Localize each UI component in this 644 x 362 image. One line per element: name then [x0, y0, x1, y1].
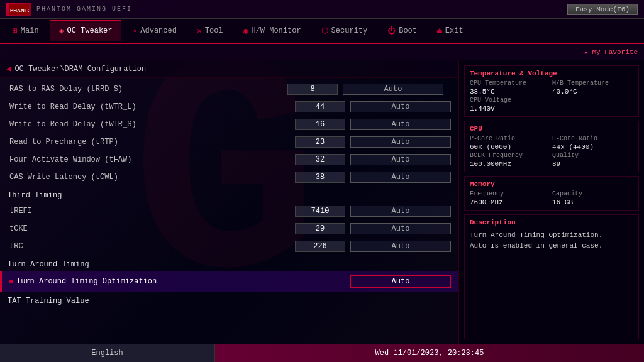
row-indicator-icon	[9, 280, 13, 283]
freq-value: 7600 MHz	[470, 199, 551, 206]
tab-boot-label: Boot	[399, 26, 417, 35]
cpu-grid: P-Core Ratio E-Core Ratio 60x (6000) 44x…	[470, 135, 633, 168]
setting-value-rtp[interactable]: 23	[295, 136, 345, 148]
table-row[interactable]: tCKE 29 Auto	[0, 220, 458, 238]
turn-around-header: Turn Around Timing	[0, 255, 458, 272]
oc-tweaker-icon: ◈	[59, 26, 64, 36]
setting-label-rtp: Read to Precharge (tRTP)	[9, 138, 295, 146]
tab-main[interactable]: ⊞ Main	[3, 20, 48, 41]
description-title: Description	[470, 219, 633, 226]
setting-value-wtrl[interactable]: 44	[295, 101, 345, 112]
cpu-temp-label: CPU Temperature	[470, 80, 551, 87]
setting-value-tcke[interactable]: 29	[295, 223, 345, 234]
setting-value-faw[interactable]: 32	[295, 154, 345, 165]
table-row[interactable]: Read to Precharge (tRTP) 23 Auto	[0, 133, 458, 151]
svg-text:PHANTOM: PHANTOM	[10, 8, 29, 13]
tab-security[interactable]: ⬡ Security	[312, 20, 377, 41]
table-row[interactable]: tREFI 7410 Auto	[0, 202, 458, 220]
setting-value-cwl[interactable]: 38	[295, 172, 345, 183]
mb-temp-label: M/B Temperature	[552, 80, 633, 87]
table-row[interactable]: tRC 226 Auto	[0, 238, 458, 255]
breadcrumb-back-icon[interactable]: ◄	[6, 64, 11, 74]
bottom-bar: English Wed 11/01/2023, 20:23:45	[0, 344, 644, 362]
tab-boot[interactable]: ⏻ Boot	[378, 20, 426, 41]
setting-label-faw: Four Activate Window (tFAW)	[9, 155, 295, 164]
top-bar: PHANTOM PHANTOM GAMING UEFI Easy Mode(F6…	[0, 0, 644, 19]
capacity-value: 16 GB	[552, 199, 633, 206]
bclk-value: 100.000MHz	[470, 160, 551, 168]
turn-around-row[interactable]: Turn Around Timing Optimization Auto	[0, 272, 458, 292]
setting-auto-wtrl[interactable]: Auto	[350, 101, 451, 112]
setting-label-wtrs: Write to Read Delay (tWTR_S)	[9, 120, 295, 129]
description-section: Description Turn Around Timing Optimizat…	[464, 214, 639, 339]
main-icon: ⊞	[13, 26, 18, 36]
datetime-display: Wed 11/01/2023, 20:23:45	[215, 344, 644, 362]
temp-voltage-section: Temperature & Voltage CPU Temperature M/…	[464, 65, 639, 117]
setting-auto-tao[interactable]: Auto	[350, 275, 451, 288]
tab-advanced-label: Advanced	[140, 26, 177, 35]
tab-oc-tweaker[interactable]: ◈ OC Tweaker	[50, 20, 122, 41]
setting-label-wtrl: Write to Read Delay (tWTR_L)	[9, 102, 295, 111]
quality-value: 89	[552, 160, 633, 168]
favorites-bar: ★ My Favorite	[0, 44, 644, 60]
tab-advanced[interactable]: ✦ Advanced	[123, 20, 186, 41]
logo-area: PHANTOM PHANTOM GAMING UEFI	[6, 3, 132, 16]
mb-temp-value: 40.0°C	[552, 88, 633, 96]
settings-list: RAS to RAS Delay (tRRD_S) 8 Auto Write t…	[0, 78, 458, 344]
setting-label-trefi: tREFI	[9, 207, 295, 216]
table-row[interactable]: Write to Read Delay (tWTR_S) 16 Auto	[0, 116, 458, 133]
exit-icon: ⏏	[437, 26, 442, 36]
setting-value-trc[interactable]: 226	[295, 241, 345, 252]
table-row[interactable]: Four Activate Window (tFAW) 32 Auto	[0, 151, 458, 168]
setting-value-trefi[interactable]: 7410	[295, 206, 345, 217]
setting-auto-trc[interactable]: Auto	[350, 241, 451, 252]
tab-hw-monitor-label: H/W Monitor	[251, 26, 301, 35]
nav-tabs: ⊞ Main ◈ OC Tweaker ✦ Advanced ✕ Tool ◉ …	[0, 19, 644, 44]
advanced-icon: ✦	[132, 26, 137, 36]
table-row[interactable]: RAS to RAS Delay (tRRD_S) 8 Auto	[0, 80, 458, 98]
setting-auto-rtp[interactable]: Auto	[350, 136, 451, 148]
language-selector[interactable]: English	[0, 344, 215, 362]
pcore-ratio-label: P-Core Ratio	[470, 135, 551, 142]
tab-tool[interactable]: ✕ Tool	[187, 20, 233, 41]
hw-monitor-icon: ◉	[243, 26, 248, 36]
ecore-ratio-label: E-Core Ratio	[552, 135, 633, 142]
setting-auto-faw[interactable]: Auto	[350, 154, 451, 165]
setting-label-trc: tRC	[9, 242, 295, 251]
setting-auto-rrd-s[interactable]: Auto	[343, 84, 443, 95]
boot-icon: ⏻	[387, 26, 396, 36]
setting-label-cwl: CAS Write Latency (tCWL)	[9, 173, 295, 182]
bclk-label: BCLK Frequency	[470, 152, 551, 159]
tool-icon: ✕	[197, 26, 202, 36]
setting-value-rrd-s[interactable]: 8	[287, 84, 338, 95]
setting-label-tcke: tCKE	[9, 224, 295, 233]
tab-exit[interactable]: ⏏ Exit	[428, 20, 473, 41]
main-content: ◄ OC Tweaker\DRAM Configuration RAS to R…	[0, 60, 644, 344]
breadcrumb: ◄ OC Tweaker\DRAM Configuration	[0, 60, 458, 78]
temp-voltage-grid: CPU Temperature M/B Temperature 38.5°C 4…	[470, 80, 633, 112]
tab-tool-label: Tool	[205, 26, 223, 35]
cpu-voltage-label: CPU Voltage	[470, 97, 633, 104]
setting-auto-wtrs[interactable]: Auto	[350, 119, 451, 130]
tab-security-label: Security	[331, 26, 368, 35]
security-icon: ⬡	[321, 26, 328, 36]
logo-text: PHANTOM GAMING UEFI	[36, 6, 132, 13]
tab-hw-monitor[interactable]: ◉ H/W Monitor	[234, 20, 311, 41]
table-row[interactable]: CAS Write Latency (tCWL) 38 Auto	[0, 168, 458, 186]
ecore-ratio-value: 44x (4400)	[552, 143, 633, 151]
memory-section-title: Memory	[470, 180, 633, 188]
tab-exit-label: Exit	[445, 26, 464, 35]
setting-label-tao: Turn Around Timing Optimization	[16, 277, 350, 286]
table-row[interactable]: Write to Read Delay (tWTR_L) 44 Auto	[0, 98, 458, 116]
memory-section: Memory Frequency Capacity 7600 MHz 16 GB	[464, 176, 639, 211]
easy-mode-button[interactable]: Easy Mode(F6)	[567, 4, 638, 15]
setting-value-wtrs[interactable]: 16	[295, 119, 345, 130]
setting-auto-trefi[interactable]: Auto	[350, 206, 451, 217]
capacity-label: Capacity	[552, 190, 633, 197]
favorites-button[interactable]: ★ My Favorite	[584, 48, 638, 56]
setting-auto-tcke[interactable]: Auto	[350, 223, 451, 234]
setting-auto-cwl[interactable]: Auto	[350, 172, 451, 183]
third-timing-header: Third Timing	[0, 186, 458, 202]
tat-training-header: TAT Training Value	[0, 292, 458, 308]
pcore-ratio-value: 60x (6000)	[470, 143, 551, 151]
